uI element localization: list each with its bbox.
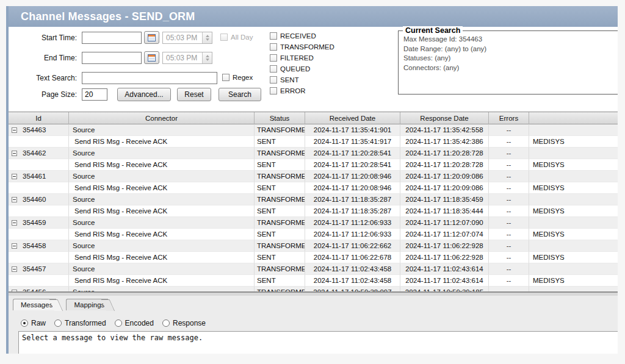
spinner-down-icon <box>206 59 209 61</box>
status-cell: SENT <box>255 136 305 148</box>
status-filter-queued[interactable]: QUEUED <box>270 65 310 73</box>
status-filter-transformed[interactable]: TRANSFORMED <box>270 43 334 51</box>
status-filter-received[interactable]: RECEIVED <box>270 32 316 40</box>
message-id: 354458 <box>23 240 46 252</box>
table-row[interactable]: 354461 Source TRANSFORMED 2024-11-17 11:… <box>9 171 618 182</box>
received-date-cell: 2024-11-17 11:06:22:662 <box>305 240 400 252</box>
advanced-button[interactable]: Advanced... <box>117 88 171 101</box>
column-header-response-date[interactable]: Response Date <box>400 112 489 124</box>
column-header-status[interactable]: Status <box>255 112 305 124</box>
raw-message-view[interactable]: Select a message to view the raw message… <box>18 331 618 354</box>
reset-button[interactable]: Reset <box>177 88 211 101</box>
tree-collapse-icon[interactable] <box>12 127 17 133</box>
status-filter-sent[interactable]: SENT <box>270 76 299 84</box>
end-time-calendar-button[interactable] <box>144 51 159 64</box>
status-cell: SENT <box>255 275 305 287</box>
calendar-icon <box>148 34 156 41</box>
table-row[interactable]: Send RIS Msg - Receive ACK SENT 2024-11-… <box>9 182 618 194</box>
connector-cell: Send RIS Msg - Receive ACK <box>69 182 255 194</box>
status-cell: TRANSFORMED <box>255 217 305 229</box>
tree-collapse-icon[interactable] <box>12 220 17 226</box>
response-date-cell: 2024-11-17 11:06:22:928 <box>400 240 489 252</box>
table-row[interactable]: Send RIS Msg - Receive ACK SENT 2024-11-… <box>9 159 618 171</box>
column-header-connector[interactable]: Connector <box>69 112 255 124</box>
table-header-row: Id Connector Status Received Date Respon… <box>9 112 618 124</box>
regex-checkbox[interactable]: Regex <box>222 74 253 81</box>
end-time-spinner[interactable] <box>202 52 212 63</box>
checkbox-icon <box>270 65 277 73</box>
search-form: Start Time: 05:03 PM All Day End Time: 0… <box>9 27 618 112</box>
status-filter-error[interactable]: ERROR <box>270 87 306 95</box>
radio-transformed[interactable]: Transformed <box>54 319 106 327</box>
column-header-received-date[interactable]: Received Date <box>305 112 400 124</box>
received-date-cell: 2024-11-17 11:12:06:933 <box>305 217 400 229</box>
page-size-input[interactable] <box>82 88 107 101</box>
status-cell: SENT <box>255 252 305 263</box>
connector-cell: Source <box>69 240 255 252</box>
table-row[interactable]: Send RIS Msg - Receive ACK SENT 2024-11-… <box>9 275 618 287</box>
table-row[interactable]: Send RIS Msg - Receive ACK SENT 2024-11-… <box>9 136 618 148</box>
message-table-body: 354463 Source TRANSFORMED 2024-11-17 11:… <box>9 124 618 291</box>
tab-mappings[interactable]: Mappings <box>66 299 108 310</box>
column-header-channel[interactable] <box>529 112 618 124</box>
table-row[interactable]: 354459 Source TRANSFORMED 2024-11-17 11:… <box>9 217 618 229</box>
status-cell: TRANSFORMED <box>255 194 305 205</box>
tree-collapse-icon[interactable] <box>12 243 17 249</box>
connector-cell: Send RIS Msg - Receive ACK <box>69 136 255 148</box>
table-row[interactable]: Send RIS Msg - Receive ACK SENT 2024-11-… <box>9 205 618 217</box>
tree-collapse-icon[interactable] <box>12 174 17 179</box>
regex-label: Regex <box>233 74 253 81</box>
message-table: Id Connector Status Received Date Respon… <box>9 112 618 291</box>
radio-response[interactable]: Response <box>162 319 206 327</box>
end-time-input[interactable] <box>82 52 142 64</box>
column-header-errors[interactable]: Errors <box>489 112 529 124</box>
response-date-cell: 2024-11-17 11:18:35:459 <box>400 194 489 205</box>
status-filter-label: TRANSFORMED <box>280 43 334 51</box>
tab-strip: Messages Mappings <box>13 299 118 310</box>
spinner-up-icon <box>206 35 209 37</box>
tab-messages[interactable]: Messages <box>13 299 56 310</box>
response-date-cell: 2024-11-17 11:35:42:558 <box>400 124 489 136</box>
table-row[interactable]: 354456 Source TRANSFORMED 2024-11-17 10:… <box>9 287 618 291</box>
table-row[interactable]: 354457 Source TRANSFORMED 2024-11-17 11:… <box>9 263 618 275</box>
table-row[interactable]: Send RIS Msg - Receive ACK SENT 2024-11-… <box>9 229 618 240</box>
checkbox-icon <box>220 34 228 41</box>
radio-raw[interactable]: Raw <box>21 319 46 327</box>
radio-icon <box>21 319 28 327</box>
tree-collapse-icon[interactable] <box>12 197 17 202</box>
start-time-spinner[interactable] <box>202 32 212 43</box>
status-cell: TRANSFORMED <box>255 287 305 291</box>
connector-cell: Send RIS Msg - Receive ACK <box>69 205 255 217</box>
table-row[interactable]: Send RIS Msg - Receive ACK SENT 2024-11-… <box>9 252 618 263</box>
start-time-calendar-button[interactable] <box>144 31 159 44</box>
connector-cell: Send RIS Msg - Receive ACK <box>69 252 255 263</box>
connector-cell: Source <box>69 148 255 159</box>
channel-cell <box>529 217 618 229</box>
table-row[interactable]: 354463 Source TRANSFORMED 2024-11-17 11:… <box>9 124 618 136</box>
channel-messages-window: Channel Messages - SEND_ORM Start Time: … <box>6 6 618 354</box>
search-button[interactable]: Search <box>219 88 261 101</box>
channel-cell <box>529 194 618 205</box>
text-search-input[interactable] <box>82 72 217 84</box>
tree-collapse-icon[interactable] <box>12 266 17 272</box>
received-date-cell: 2024-11-17 10:59:38:997 <box>305 287 400 291</box>
table-row[interactable]: 354460 Source TRANSFORMED 2024-11-17 11:… <box>9 194 618 205</box>
table-row[interactable]: 354462 Source TRANSFORMED 2024-11-17 11:… <box>9 148 618 159</box>
response-date-cell: 2024-11-17 11:12:07:090 <box>400 217 489 229</box>
radio-icon <box>115 319 122 327</box>
radio-label: Encoded <box>125 319 154 327</box>
start-time-input[interactable] <box>82 32 142 44</box>
channel-cell: MEDISYS <box>529 275 618 287</box>
status-filter-filtered[interactable]: FILTERED <box>270 54 314 62</box>
received-date-cell: 2024-11-17 11:35:41:917 <box>305 136 400 148</box>
all-day-checkbox[interactable]: All Day <box>220 34 253 41</box>
all-day-label: All Day <box>231 34 253 41</box>
channel-cell: MEDISYS <box>529 182 618 194</box>
radio-encoded[interactable]: Encoded <box>115 319 154 327</box>
received-date-cell: 2024-11-17 11:35:41:901 <box>305 124 400 136</box>
start-time-time-field: 05:03 PM <box>162 32 212 44</box>
tree-collapse-icon[interactable] <box>12 151 17 156</box>
column-header-id[interactable]: Id <box>9 112 69 124</box>
table-row[interactable]: 354458 Source TRANSFORMED 2024-11-17 11:… <box>9 240 618 252</box>
split-pane-divider[interactable] <box>9 291 618 296</box>
